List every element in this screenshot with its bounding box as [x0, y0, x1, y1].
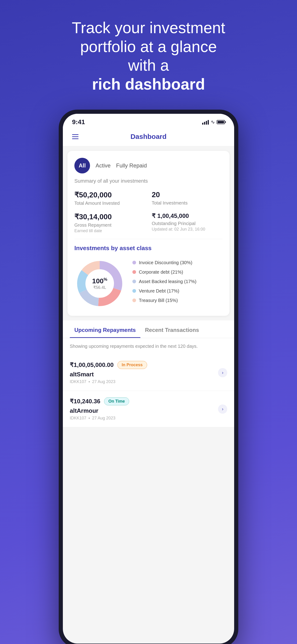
- gross-repayment-stat: ₹30,14,000 Gross Repayment Earned till d…: [74, 212, 145, 233]
- outstanding-updated: Updated at: 02 Jun 23, 16:00: [152, 227, 223, 232]
- hero-line2: portfolio at a glance with a: [80, 38, 217, 74]
- signal-icon: [202, 120, 209, 124]
- legend-item-asset: Asset Backed leasing (17%): [132, 279, 223, 284]
- repayment-badge-1: In Process: [118, 361, 147, 369]
- repayment-item-1[interactable]: ₹1,00,05,000.00 In Process altSmart IDKK…: [63, 354, 234, 391]
- stats-grid: ₹50,20,000 Total Amount Invested 20 Tota…: [74, 190, 223, 233]
- legend-label-asset: Asset Backed leasing (17%): [139, 279, 196, 284]
- repayment-chevron-1[interactable]: ›: [218, 368, 227, 377]
- gross-repayment-label: Gross Repayment: [74, 222, 145, 228]
- tab-active[interactable]: Active: [96, 162, 110, 169]
- chart-legend: Invoice Discounting (30%) Corporate debt…: [132, 260, 223, 307]
- asset-title: Investments by asset class: [74, 244, 223, 252]
- legend-dot-invoice: [132, 261, 136, 264]
- legend-dot-corporate: [132, 270, 136, 274]
- battery-icon: [217, 120, 225, 124]
- repayment-name-1: altSmart: [70, 371, 147, 378]
- repayment-badge-2: On Time: [104, 397, 130, 406]
- legend-label-invoice: Invoice Discounting (30%): [139, 260, 192, 265]
- legend-item-corporate: Corporate debt (21%): [132, 270, 223, 275]
- wifi-icon: ∿: [211, 119, 215, 125]
- repayment-date-1: 27 Aug 2023: [92, 379, 115, 384]
- donut-chart: 100% ₹56.4L: [74, 258, 125, 309]
- repayment-chevron-2[interactable]: ›: [218, 404, 227, 414]
- status-time: 9:41: [72, 118, 85, 126]
- status-icons: ∿: [202, 119, 225, 125]
- repayment-meta-1: IDKK107 27 Aug 2023: [70, 379, 147, 384]
- meta-dot-1: [89, 381, 90, 382]
- divider: [74, 239, 223, 239]
- asset-section: Investments by asset class: [74, 244, 223, 309]
- app-title: Dashboard: [130, 133, 167, 140]
- repayment-amount-row-1: ₹1,00,05,000.00 In Process: [70, 361, 147, 369]
- legend-item-venture: Venture Debt (17%): [132, 288, 223, 294]
- outstanding-principal-label: Outstanding Principal: [152, 221, 223, 226]
- hero-line3: rich dashboard: [92, 75, 205, 93]
- tab-all[interactable]: All: [74, 158, 90, 174]
- legend-label-treasury: Treasury Bill (15%): [139, 298, 178, 303]
- tab-bar: Upcoming Repayments Recent Transactions: [63, 320, 234, 338]
- app-header: Dashboard: [63, 128, 234, 146]
- donut-amount: ₹56.4L: [92, 285, 107, 290]
- total-invested-stat: ₹50,20,000 Total Amount Invested: [74, 190, 145, 206]
- outstanding-principal-value: ₹ 1,00,45,000: [152, 212, 223, 220]
- legend-dot-asset: [132, 280, 136, 283]
- repayment-amount-row-2: ₹10,240.36 On Time: [70, 397, 129, 406]
- total-investments-label: Total Investments: [152, 200, 223, 206]
- repayment-date-2: 27 Aug 2023: [92, 416, 115, 420]
- bottom-tabs-section: Upcoming Repayments Recent Transactions …: [63, 320, 234, 427]
- total-investments-stat: 20 Total Investments: [152, 190, 223, 206]
- legend-dot-venture: [132, 289, 136, 293]
- repayment-left-2: ₹10,240.36 On Time altArmour IDKK107 27 …: [70, 397, 129, 420]
- tab-fully-repaid[interactable]: Fully Repaid: [116, 162, 147, 169]
- total-invested-value: ₹50,20,000: [74, 190, 145, 199]
- repayment-id-2: IDKK107: [70, 416, 86, 420]
- donut-center: 100% ₹56.4L: [92, 277, 107, 290]
- phone-frame: 9:41 ∿ Dashboard: [59, 110, 238, 644]
- tab-upcoming-repayments[interactable]: Upcoming Repayments: [70, 320, 140, 338]
- main-content: All Active Fully Repaid Summary of all y…: [63, 151, 234, 427]
- repayment-amount-1: ₹1,00,05,000.00: [70, 362, 114, 368]
- repayment-name-2: altArmour: [70, 407, 129, 414]
- total-invested-label: Total Amount Invested: [74, 200, 145, 206]
- filter-tabs: All Active Fully Repaid: [74, 158, 223, 174]
- hero-line1: Track your investment: [72, 19, 225, 36]
- status-bar: 9:41 ∿: [63, 114, 234, 128]
- summary-card: All Active Fully Repaid Summary of all y…: [68, 151, 230, 316]
- repayment-left-1: ₹1,00,05,000.00 In Process altSmart IDKK…: [70, 361, 147, 384]
- gross-repayment-sublabel: Earned till date: [74, 228, 145, 233]
- legend-item-invoice: Invoice Discounting (30%): [132, 260, 223, 265]
- hamburger-menu-button[interactable]: [72, 134, 78, 139]
- repayment-item-2[interactable]: ₹10,240.36 On Time altArmour IDKK107 27 …: [63, 391, 234, 427]
- repayments-description: Showing upcoming repayments expected in …: [63, 338, 234, 354]
- asset-chart-container: 100% ₹56.4L Invoice Discounting (30%): [74, 258, 223, 309]
- repayment-amount-2: ₹10,240.36: [70, 398, 100, 405]
- tab-recent-transactions[interactable]: Recent Transactions: [140, 320, 204, 338]
- legend-dot-treasury: [132, 298, 136, 302]
- hero-section: Track your investment portfolio at a gla…: [68, 18, 229, 94]
- gross-repayment-value: ₹30,14,000: [74, 212, 145, 221]
- legend-item-treasury: Treasury Bill (15%): [132, 298, 223, 303]
- donut-percent: 100%: [92, 277, 107, 285]
- total-investments-value: 20: [152, 190, 223, 199]
- meta-dot-2: [89, 418, 90, 419]
- legend-label-corporate: Corporate debt (21%): [139, 270, 183, 275]
- repayment-id-1: IDKK107: [70, 379, 86, 384]
- summary-description: Summary of all your investments: [74, 178, 223, 184]
- legend-label-venture: Venture Debt (17%): [139, 288, 179, 294]
- outstanding-principal-stat: ₹ 1,00,45,000 Outstanding Principal Upda…: [152, 212, 223, 233]
- phone-screen: 9:41 ∿ Dashboard: [63, 114, 234, 644]
- repayment-meta-2: IDKK107 27 Aug 2023: [70, 416, 129, 420]
